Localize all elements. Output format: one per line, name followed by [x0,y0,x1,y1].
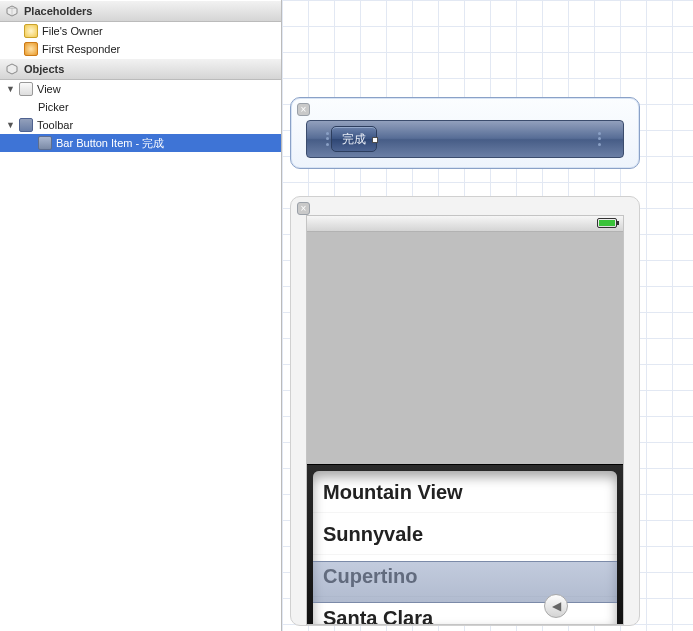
row-label: Picker [38,101,69,113]
section-title: Objects [24,58,64,80]
close-icon[interactable]: × [297,202,310,215]
canvas[interactable]: × 完成 × Mountain View Sunnyval [282,0,693,631]
picker-view[interactable]: Mountain View Sunnyvale Cupertino Santa … [307,464,623,624]
row-toolbar[interactable]: ▼ Toolbar [0,116,281,134]
close-icon[interactable]: × [297,103,310,116]
nav-back-button[interactable]: ◀ [544,594,568,618]
disclosure-triangle-icon[interactable]: ▼ [6,120,15,130]
toolbar-canvas-object[interactable]: × 完成 [290,97,640,169]
outline-sidebar: Placeholders File's Owner First Responde… [0,0,282,631]
cube-icon [24,42,38,56]
picker-row[interactable]: Mountain View [313,471,617,513]
toolbar-icon [19,118,33,132]
cube-icon [24,24,38,38]
selection-handle[interactable] [372,137,378,143]
cube-icon [6,63,18,75]
svg-marker-3 [7,64,17,74]
row-first-responder[interactable]: First Responder [0,40,281,58]
section-objects-header[interactable]: Objects [0,58,281,80]
view-icon [19,82,33,96]
bar-button-done[interactable]: 完成 [331,126,377,152]
row-label: First Responder [42,43,120,55]
section-placeholders-header[interactable]: Placeholders [0,0,281,22]
row-files-owner[interactable]: File's Owner [0,22,281,40]
disclosure-triangle-icon[interactable]: ▼ [6,84,15,94]
button-label: 完成 [342,131,366,148]
row-label: View [37,83,61,95]
section-title: Placeholders [24,0,92,22]
device-canvas-object[interactable]: × Mountain View Sunnyvale Cupertino Sant… [290,196,640,626]
device-screen[interactable]: Mountain View Sunnyvale Cupertino Santa … [306,215,624,625]
row-label: File's Owner [42,25,103,37]
cube-icon [6,5,18,17]
row-view[interactable]: ▼ View [0,80,281,98]
bar-button-item-icon [38,136,52,150]
toolbar-bar[interactable]: 完成 [306,120,624,158]
picker-selection-indicator [313,561,617,603]
chevron-left-icon: ◀ [552,599,561,613]
row-picker[interactable]: Picker [0,98,281,116]
row-label: Bar Button Item - 完成 [56,136,164,151]
picker-row[interactable]: Sunnyvale [313,513,617,555]
status-bar [307,216,623,232]
grip-icon [598,131,604,147]
row-bar-button-item[interactable]: Bar Button Item - 完成 [0,134,281,152]
row-label: Toolbar [37,119,73,131]
battery-icon [597,218,617,228]
